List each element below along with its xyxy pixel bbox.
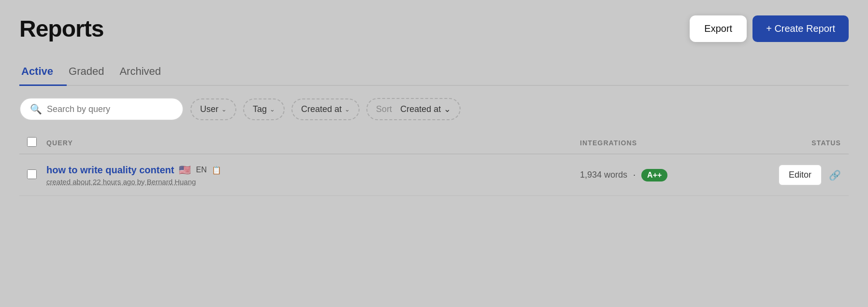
query-meta: created about 22 hours ago by Bernard Hu…: [46, 178, 580, 186]
filters-row: 🔍 User ⌄ Tag ⌄ Created at ⌄ Sort Created…: [19, 98, 849, 121]
header-checkbox-cell: [27, 137, 46, 149]
lang-badge: EN: [196, 166, 206, 174]
col-header-status: STATUS: [735, 139, 841, 147]
chevron-down-icon: ⌄: [270, 106, 275, 113]
header-actions: Export + Create Report: [690, 15, 849, 42]
tab-active[interactable]: Active: [19, 59, 67, 86]
table-row: how to write quality content 🇺🇸 EN 📋 cre…: [19, 154, 849, 196]
select-all-checkbox[interactable]: [27, 137, 37, 147]
row-query-cell: how to write quality content 🇺🇸 EN 📋 cre…: [46, 164, 580, 186]
chevron-down-icon: ⌄: [444, 104, 451, 114]
row-integrations-cell: 1,934 words · A++: [580, 169, 735, 181]
grade-badge: A++: [641, 169, 667, 181]
row-checkbox-cell: [27, 169, 46, 181]
user-filter-pill[interactable]: User ⌄: [190, 98, 236, 120]
chevron-down-icon: ⌄: [221, 106, 227, 113]
col-header-query: QUERY: [46, 139, 580, 147]
search-input[interactable]: [47, 104, 163, 114]
create-report-button[interactable]: + Create Report: [752, 15, 849, 42]
search-icon: 🔍: [30, 103, 42, 115]
tabs-row: Active Graded Archived: [19, 59, 849, 86]
row-status-cell: Editor 🔗: [735, 164, 841, 186]
export-button[interactable]: Export: [690, 15, 747, 42]
col-header-integrations: INTEGRATIONS: [580, 139, 735, 147]
created-at-filter-pill[interactable]: Created at ⌄: [291, 98, 360, 120]
copy-icon[interactable]: 📋: [212, 166, 221, 175]
query-title: how to write quality content 🇺🇸 EN 📋: [46, 164, 580, 176]
words-count: 1,934 words: [580, 170, 627, 180]
link-icon[interactable]: 🔗: [829, 169, 841, 181]
tab-graded[interactable]: Graded: [67, 59, 117, 86]
row-select-checkbox[interactable]: [27, 169, 37, 179]
flag-icon: 🇺🇸: [179, 164, 191, 176]
status-editor-button[interactable]: Editor: [778, 164, 822, 186]
sort-pill[interactable]: Sort Created at ⌄: [366, 98, 461, 120]
table-header: QUERY INTEGRATIONS STATUS: [19, 132, 849, 154]
tag-filter-pill[interactable]: Tag ⌄: [243, 98, 285, 120]
page-container: Reports Export + Create Report Active Gr…: [0, 0, 868, 307]
page-title: Reports: [19, 15, 103, 42]
query-link[interactable]: how to write quality content: [46, 165, 174, 176]
tab-archived[interactable]: Archived: [117, 59, 174, 86]
header-row: Reports Export + Create Report: [19, 15, 849, 42]
search-input-wrapper[interactable]: 🔍: [19, 98, 184, 121]
dot-separator: ·: [633, 170, 636, 180]
chevron-down-icon: ⌄: [345, 106, 350, 113]
